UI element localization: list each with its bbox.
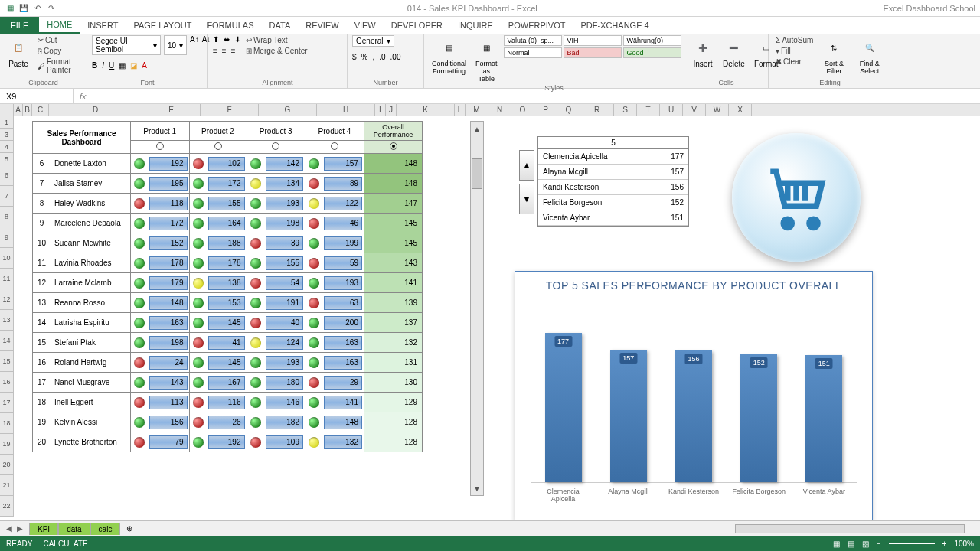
format-table-button[interactable]: ▦Format as Table xyxy=(472,35,501,84)
border-button[interactable]: ▦ xyxy=(119,61,126,70)
table-row: 13Reanna Rosso14815319163139 xyxy=(33,293,423,313)
tab-insert[interactable]: INSERT xyxy=(80,18,126,33)
sheet-prev-icon[interactable]: ◀ xyxy=(6,524,12,533)
copy-button[interactable]: ⎘Copy xyxy=(35,46,82,56)
undo-icon[interactable]: ↶ xyxy=(32,3,43,14)
select-all-corner[interactable] xyxy=(0,104,14,116)
copy-icon: ⎘ xyxy=(38,47,42,55)
view-layout-icon[interactable]: ▤ xyxy=(848,540,854,548)
shopping-cart-icon xyxy=(732,133,861,262)
align-right-icon[interactable]: ≡ xyxy=(231,47,236,55)
inc-decimal-icon[interactable]: .0 xyxy=(379,53,385,61)
bold-button[interactable]: B xyxy=(92,61,97,70)
align-center-icon[interactable]: ≡ xyxy=(222,47,227,55)
zoom-out-icon[interactable]: − xyxy=(877,540,881,548)
format-painter-button[interactable]: 🖌Format Painter xyxy=(35,57,82,75)
svg-point-0 xyxy=(783,219,792,227)
number-format-select[interactable]: General▾ xyxy=(352,35,394,47)
table-row: 20Lynette Brotherton79192109132128 xyxy=(33,432,423,452)
new-sheet-button[interactable]: ⊕ xyxy=(120,524,139,533)
find-select-button[interactable]: 🔍Find & Select xyxy=(853,35,887,77)
italic-button[interactable]: I xyxy=(102,61,104,70)
currency-icon[interactable]: $ xyxy=(352,53,357,61)
align-mid-icon[interactable]: ⬌ xyxy=(224,35,230,44)
spin-down-button[interactable]: ▼ xyxy=(519,184,534,214)
tab-view[interactable]: VIEW xyxy=(347,18,384,33)
table-row: 9Marcelene Depaola17216419846145 xyxy=(33,214,423,233)
scroll-thumb[interactable] xyxy=(472,158,482,189)
underline-button[interactable]: U xyxy=(109,61,114,70)
svg-point-1 xyxy=(809,219,818,227)
fill-color-button[interactable]: ◪ xyxy=(130,61,137,70)
list-item: Vicenta Aybar151 xyxy=(538,210,688,226)
table-row: 15Stefani Ptak19841124163132 xyxy=(33,333,423,353)
dashboard-scrollbar[interactable]: ▲ ▼ xyxy=(470,121,484,496)
comma-icon[interactable]: , xyxy=(372,53,374,61)
sheet-tab-data[interactable]: data xyxy=(58,523,90,535)
tab-powerpivot[interactable]: POWERPIVOT xyxy=(501,18,573,33)
sort-filter-button[interactable]: ⇅Sort & Filter xyxy=(818,35,849,77)
style-good[interactable]: Good xyxy=(623,47,681,58)
sheet-tabs: ◀▶ KPI data calc ⊕ xyxy=(0,520,980,536)
row-headers[interactable]: 1345678910111213141516171819202122 xyxy=(0,116,14,517)
tab-inquire[interactable]: INQUIRE xyxy=(450,18,501,33)
tab-data[interactable]: DATA xyxy=(262,18,299,33)
redo-icon[interactable]: ↷ xyxy=(46,3,57,14)
scroll-up-icon[interactable]: ▲ xyxy=(471,122,483,135)
font-name-select[interactable]: Segoe UI Semibol▾ xyxy=(92,35,161,55)
tab-review[interactable]: REVIEW xyxy=(298,18,346,33)
sheet-tab-calc[interactable]: calc xyxy=(90,523,121,535)
style-wahrung[interactable]: Währung(0) xyxy=(623,35,681,46)
spin-up-button[interactable]: ▲ xyxy=(519,150,534,181)
tab-home[interactable]: HOME xyxy=(39,17,80,34)
list-item: Felicita Borgeson152 xyxy=(538,195,688,210)
percent-icon[interactable]: % xyxy=(361,53,368,61)
sheet-next-icon[interactable]: ▶ xyxy=(17,524,23,533)
tab-pdf[interactable]: PDF-XChange 4 xyxy=(573,18,656,33)
file-tab[interactable]: FILE xyxy=(0,17,39,34)
horizontal-scrollbar[interactable] xyxy=(735,524,965,533)
save-icon[interactable]: 💾 xyxy=(18,3,29,14)
chart-bar: 177 xyxy=(545,333,582,482)
zoom-level[interactable]: 100% xyxy=(954,540,974,548)
autosum-button[interactable]: ΣAutoSum xyxy=(773,35,815,45)
table-row: 16Roland Hartwig24145193163131 xyxy=(33,353,423,373)
merge-button[interactable]: ⊞Merge & Center xyxy=(243,46,310,56)
style-vih[interactable]: VIH xyxy=(564,35,622,46)
tab-formulas[interactable]: FORMULAS xyxy=(199,18,261,33)
dec-decimal-icon[interactable]: .00 xyxy=(390,53,401,61)
name-box[interactable]: X9 xyxy=(0,89,74,103)
scroll-down-icon[interactable]: ▼ xyxy=(471,481,483,495)
top5-header: 5 xyxy=(538,137,688,149)
chart-bar: 157 xyxy=(610,350,647,482)
view-break-icon[interactable]: ▧ xyxy=(862,540,869,548)
grow-font-icon[interactable]: A↑ xyxy=(190,35,199,55)
style-valuta[interactable]: Valuta (0)_sp... xyxy=(504,35,562,46)
column-headers[interactable]: ABCDEFGHIJKLMNOPQRSTUVWX xyxy=(14,104,980,116)
tab-pagelayout[interactable]: PAGE LAYOUT xyxy=(126,18,199,33)
font-color-button[interactable]: A xyxy=(142,61,147,70)
conditional-formatting-button[interactable]: ▤Conditional Formatting xyxy=(429,35,469,77)
view-normal-icon[interactable]: ▦ xyxy=(833,540,840,548)
delete-button[interactable]: ➖Delete xyxy=(720,35,748,70)
zoom-in-icon[interactable]: + xyxy=(942,540,947,548)
font-size-select[interactable]: 10▾ xyxy=(164,35,187,55)
align-left-icon[interactable]: ≡ xyxy=(213,47,217,55)
paste-button[interactable]: 📋 Paste xyxy=(5,35,32,70)
chart-bar: 156 xyxy=(675,350,712,482)
insert-button[interactable]: ➕Insert xyxy=(689,35,717,70)
sheet-tab-kpi[interactable]: KPI xyxy=(29,523,58,535)
align-top-icon[interactable]: ⬆ xyxy=(213,35,219,44)
chart-bar: 152 xyxy=(740,354,777,482)
tab-developer[interactable]: DEVELOPER xyxy=(384,18,450,33)
style-bad[interactable]: Bad xyxy=(564,47,622,58)
table-row: 7Jalisa Stamey19517213489148 xyxy=(33,174,423,194)
wrap-text-button[interactable]: ↩Wrap Text xyxy=(243,35,310,45)
cut-button[interactable]: ✂Cut xyxy=(35,35,82,45)
worksheet[interactable]: ABCDEFGHIJKLMNOPQRSTUVWX 134567891011121… xyxy=(0,104,980,531)
align-bot-icon[interactable]: ⬇ xyxy=(234,35,240,44)
clear-button[interactable]: ✖Clear xyxy=(773,57,815,67)
style-normal[interactable]: Normal xyxy=(504,47,562,58)
fill-button[interactable]: ▾Fill xyxy=(773,46,815,56)
fx-icon[interactable]: fx xyxy=(74,92,93,101)
